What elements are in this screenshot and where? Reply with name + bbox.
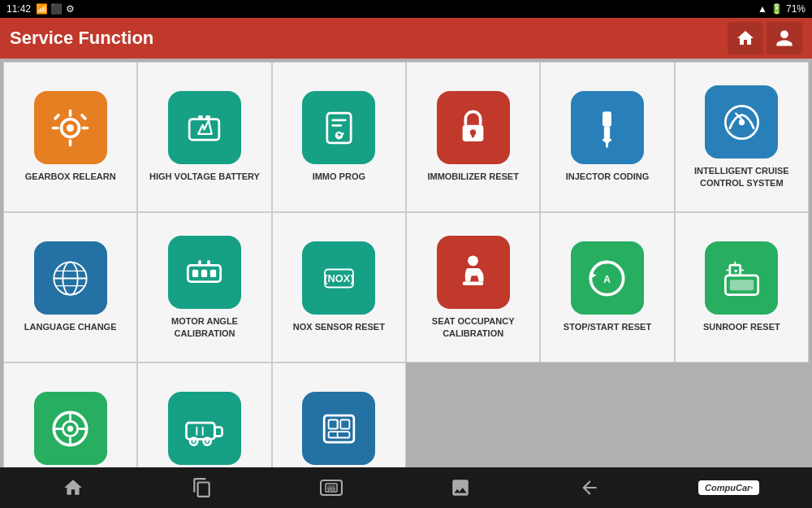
header-buttons [728, 22, 802, 54]
svg-text:A: A [604, 274, 611, 285]
svg-point-48 [734, 269, 737, 272]
empty-cell-3 [675, 363, 809, 467]
battery-icon: 🔋 [771, 3, 783, 15]
svg-marker-44 [591, 272, 597, 278]
service-cell-windows-calibration[interactable]: WINDOWS CALIBRATION [272, 363, 406, 467]
svg-rect-35 [199, 260, 202, 266]
nav-image-icon [450, 477, 471, 498]
svg-point-51 [67, 426, 73, 432]
service-cell-seat-occupancy-calibration[interactable]: SEAT OCCUPANCY CALIBRATION [406, 212, 540, 363]
battery-percent: 71% [786, 3, 806, 15]
service-cell-sunroof-reset[interactable]: SUNROOF RESET [675, 212, 809, 363]
service-cell-immo-prog[interactable]: IMMO PROG [272, 62, 406, 212]
service-cell-gearbox-relearn[interactable]: GEARBOX RELEARN [3, 62, 137, 212]
svg-rect-3 [69, 139, 72, 146]
service-cell-intelligent-cruise-control[interactable]: INTELLIGENT CRUISE CONTROL SYSTEM [675, 62, 809, 212]
svg-text:(NOX): (NOX) [324, 272, 353, 284]
seat-occupancy-calibration-icon [437, 236, 510, 309]
stop-start-reset-icon: A [571, 241, 644, 315]
home-icon [736, 28, 755, 48]
svg-rect-41 [463, 281, 484, 285]
time: 11:42 [6, 3, 31, 15]
svg-rect-56 [187, 423, 215, 439]
stop-start-reset-label: STOP/START RESET [564, 321, 651, 332]
brand-logo: CompuCar· [698, 480, 759, 495]
page-title: Service Function [10, 28, 153, 49]
svg-rect-63 [328, 419, 337, 428]
nav-image-button[interactable] [440, 471, 481, 504]
status-bar: 11:42 📶 ⬛ ⚙ ▲ 🔋 71% [0, 0, 812, 18]
motor-angle-calibration-label: MOTOR ANGLE CALIBRATION [141, 315, 267, 339]
immo-prog-icon [302, 91, 375, 164]
injector-coding-icon [571, 91, 644, 164]
svg-rect-4 [52, 127, 59, 130]
svg-rect-2 [69, 109, 72, 116]
svg-rect-19 [604, 127, 610, 139]
wifi-icon: ▲ [758, 3, 767, 15]
language-change-label: LANGUAGE CHANGE [24, 321, 117, 332]
svg-rect-47 [730, 280, 754, 290]
immobilizer-reset-label: IMMOBILIZER RESET [427, 171, 518, 182]
nav-copy-button[interactable] [182, 471, 222, 504]
injector-coding-label: INJECTOR CODING [566, 171, 649, 182]
language-change-icon [34, 241, 107, 315]
tire-reset-icon [34, 392, 107, 465]
nav-home-icon [63, 477, 84, 498]
svg-rect-65 [328, 432, 349, 437]
empty-cell-1 [406, 363, 540, 467]
service-grid: GEARBOX RELEARN HIGH VOLTAGE BATTERY IMM… [0, 59, 812, 467]
svg-rect-9 [199, 115, 204, 120]
sunroof-reset-label: SUNROOF RESET [703, 321, 780, 332]
home-button[interactable] [728, 22, 763, 54]
svg-point-40 [468, 255, 478, 266]
svg-rect-7 [80, 113, 88, 120]
svg-rect-34 [210, 270, 216, 277]
svg-rect-13 [331, 124, 342, 127]
immobilizer-reset-icon [437, 91, 510, 164]
navbar: VCI CompuCar· [0, 467, 812, 508]
user-button[interactable] [767, 22, 802, 54]
immo-prog-label: IMMO PROG [313, 171, 365, 182]
nav-copy-icon [192, 477, 213, 498]
gearbox-relearn-label: GEARBOX RELEARN [25, 171, 116, 182]
svg-rect-36 [208, 260, 211, 266]
svg-rect-57 [215, 428, 222, 436]
service-cell-stop-start-reset[interactable]: A STOP/START RESET [540, 212, 674, 363]
svg-point-60 [192, 440, 196, 443]
sunroof-reset-icon [705, 241, 778, 315]
service-cell-tire-reset[interactable]: TIRE RESET [3, 363, 137, 467]
service-cell-injector-coding[interactable]: INJECTOR CODING [540, 62, 674, 212]
header: Service Function [0, 18, 812, 59]
svg-rect-12 [331, 119, 346, 121]
nox-sensor-reset-icon: (NOX) [302, 241, 375, 315]
nav-home-button[interactable] [53, 471, 93, 504]
service-cell-language-change[interactable]: LANGUAGE CHANGE [3, 212, 137, 363]
user-icon [775, 28, 794, 48]
seat-occupancy-calibration-label: SEAT OCCUPANCY CALIBRATION [410, 315, 536, 339]
status-right: ▲ 🔋 71% [758, 3, 806, 15]
high-voltage-battery-icon [168, 91, 241, 164]
status-icons: 📶 ⬛ ⚙ [36, 3, 75, 15]
svg-point-61 [206, 440, 209, 443]
nav-back-button[interactable] [569, 471, 610, 504]
svg-rect-33 [201, 270, 207, 277]
svg-rect-18 [603, 111, 611, 126]
svg-rect-17 [472, 134, 475, 138]
service-cell-immobilizer-reset[interactable]: IMMOBILIZER RESET [406, 62, 540, 212]
nav-vci-icon: VCI [319, 477, 343, 498]
svg-rect-64 [340, 419, 349, 428]
service-cell-nox-sensor-reset[interactable]: (NOX) NOX SENSOR RESET [272, 212, 406, 363]
service-cell-motor-angle-calibration[interactable]: MOTOR ANGLE CALIBRATION [137, 212, 271, 363]
windows-calibration-icon [302, 392, 375, 465]
nav-back-icon [579, 477, 600, 498]
brand-name: CompuCar· [705, 483, 753, 493]
svg-text:VCI: VCI [327, 487, 335, 492]
service-cell-high-voltage-battery[interactable]: HIGH VOLTAGE BATTERY [137, 62, 271, 212]
nav-vci-button[interactable]: VCI [311, 471, 352, 504]
nox-sensor-reset-label: NOX SENSOR RESET [293, 321, 385, 332]
svg-rect-32 [192, 270, 198, 277]
empty-cell-2 [540, 363, 674, 467]
service-cell-transport-mode[interactable]: TRANSPORT MODE [137, 363, 271, 467]
gearbox-relearn-icon [34, 91, 107, 164]
svg-rect-6 [54, 113, 61, 120]
